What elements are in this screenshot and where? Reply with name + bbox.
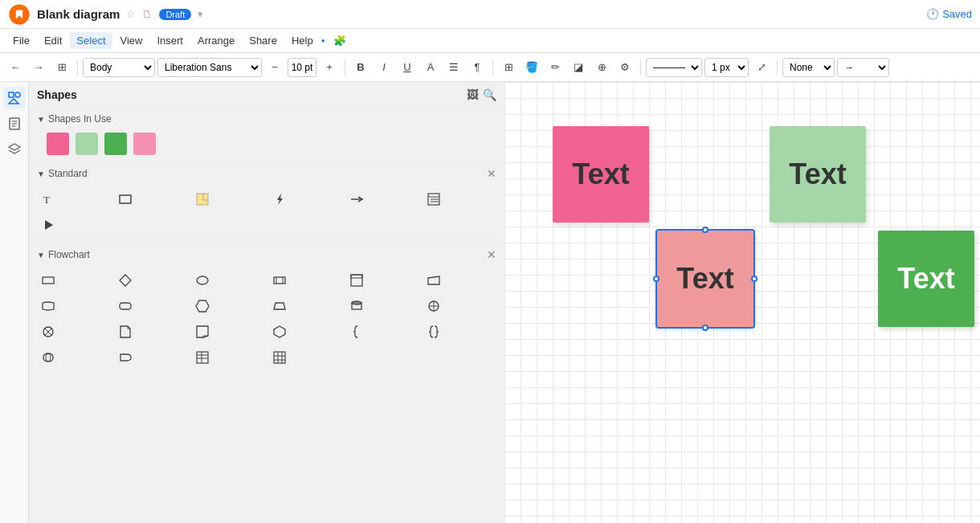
shapes-image-icon[interactable]: 🖼	[467, 88, 478, 101]
fc-page[interactable]	[114, 321, 137, 343]
color-swatch-pink[interactable]	[47, 133, 69, 155]
underline-button[interactable]: U	[397, 57, 418, 78]
fc-decision[interactable]	[114, 269, 137, 292]
align-button[interactable]: ☰	[443, 57, 464, 78]
svg-rect-39	[197, 352, 208, 363]
sticky-note-4[interactable]: Text	[878, 231, 974, 327]
redo-button[interactable]: →	[28, 57, 49, 78]
shapes-search-icon[interactable]: 🔍	[483, 88, 496, 101]
flowchart-section-header[interactable]: ▼ Flowchart ✕	[29, 243, 504, 266]
font-select[interactable]: Liberation Sans	[157, 58, 262, 77]
font-size-input[interactable]	[288, 58, 316, 77]
insert-shape-button[interactable]: ⊞	[498, 57, 519, 78]
fc-cross[interactable]	[37, 321, 59, 343]
canvas-area[interactable]: Text Text Text Text	[504, 82, 980, 523]
plugin-icon[interactable]: 🧩	[333, 35, 346, 47]
sticky-note-3[interactable]: Text	[657, 231, 753, 327]
fc-delay[interactable]	[114, 346, 137, 369]
handle-top[interactable]	[702, 227, 708, 233]
line-color-button[interactable]: ✏	[545, 57, 566, 78]
fc-manual-input[interactable]	[423, 269, 445, 292]
fc-trapezoid[interactable]	[268, 295, 291, 317]
sticky-note-2[interactable]: Text	[770, 126, 866, 223]
shape-sticky[interactable]	[191, 188, 214, 210]
sidebar-shapes-icon[interactable]	[3, 87, 26, 109]
fill-color-button[interactable]: 🪣	[521, 57, 542, 78]
menu-edit[interactable]: Edit	[38, 32, 68, 49]
waypoint-button[interactable]: ⤢	[751, 57, 772, 78]
menu-select[interactable]: Select	[70, 32, 112, 49]
shape-arrow[interactable]	[345, 188, 368, 210]
sticky-note-1[interactable]: Text	[553, 126, 649, 223]
fc-shield[interactable]	[268, 321, 291, 343]
shadow-button[interactable]: ◪	[568, 57, 589, 78]
handle-bottom[interactable]	[702, 325, 708, 331]
more-style-button[interactable]: ⊕	[591, 57, 612, 78]
shape-text[interactable]: T	[37, 188, 59, 210]
svg-marker-26	[196, 300, 209, 312]
shape-rectangle[interactable]	[114, 188, 137, 210]
bold-button[interactable]: B	[350, 57, 371, 78]
standard-section-header[interactable]: ▼ Standard ✕	[29, 161, 504, 185]
star-icon[interactable]: ☆	[126, 8, 136, 20]
color-swatch-lightgreen[interactable]	[76, 133, 98, 155]
fc-alt-process[interactable]	[114, 295, 137, 317]
font-size-increase[interactable]: +	[319, 57, 340, 78]
fc-note[interactable]	[191, 321, 214, 343]
sidebar-layers-icon[interactable]	[3, 138, 26, 161]
color-swatch-green[interactable]	[104, 133, 127, 155]
undo-button[interactable]: ←	[5, 57, 26, 78]
line-style-select[interactable]: ──────	[646, 58, 702, 77]
fc-swimlane[interactable]	[345, 269, 368, 292]
fc-or[interactable]	[423, 295, 445, 317]
clock-icon: 🕐	[926, 8, 939, 20]
fc-ellipse[interactable]	[191, 269, 214, 292]
font-color-button[interactable]: A	[420, 57, 441, 78]
style-select[interactable]: Body	[83, 58, 155, 77]
shapes-in-use-section[interactable]: ▼ Shapes In Use	[29, 108, 504, 129]
fc-grid[interactable]	[268, 346, 291, 369]
fc-tape[interactable]	[37, 295, 59, 317]
menu-share[interactable]: Share	[243, 32, 284, 49]
doc-icon[interactable]: 🗋	[142, 8, 153, 20]
shape-play[interactable]	[37, 214, 59, 236]
flowchart-close-icon[interactable]: ✕	[487, 248, 496, 261]
fc-cylinder[interactable]	[345, 295, 368, 317]
flowchart-toggle: ▼	[37, 251, 45, 259]
saved-button[interactable]: 🕐 Saved	[926, 8, 972, 20]
menu-view[interactable]: View	[114, 32, 149, 49]
color-swatch-rose[interactable]	[133, 133, 156, 155]
shape-lightning[interactable]	[268, 188, 291, 210]
handle-right[interactable]	[751, 276, 757, 282]
connection-start-select[interactable]: None	[782, 58, 835, 77]
draft-dropdown-icon[interactable]: ▾	[198, 8, 203, 20]
handle-left[interactable]	[653, 276, 659, 282]
format-options-button[interactable]: ⚙	[615, 57, 635, 78]
draft-badge: Draft	[159, 9, 191, 20]
flowchart-shapes-grid	[29, 266, 504, 375]
sep4	[640, 59, 641, 76]
italic-button[interactable]: I	[374, 57, 394, 78]
connection-end-select[interactable]: →	[837, 58, 889, 77]
standard-close-icon[interactable]: ✕	[487, 167, 496, 180]
line-width-select[interactable]: 1 px	[704, 58, 749, 77]
svg-rect-8	[120, 195, 131, 203]
fc-subprocess[interactable]	[268, 269, 291, 292]
font-size-decrease[interactable]: −	[264, 57, 285, 78]
fc-code-block[interactable]	[423, 321, 445, 343]
shapes-in-use-label: Shapes In Use	[48, 113, 112, 125]
fc-brace-left[interactable]	[345, 321, 368, 343]
fc-table[interactable]	[191, 346, 214, 369]
fc-pipeline[interactable]	[37, 346, 59, 369]
menu-help[interactable]: Help	[285, 32, 320, 49]
menu-arrange[interactable]: Arrange	[191, 32, 241, 49]
shapes-panel: Shapes 🖼 🔍 ▼ Shapes In Use ▼ Standard ✕	[29, 82, 504, 523]
fc-process[interactable]	[37, 269, 59, 292]
menu-insert[interactable]: Insert	[150, 32, 190, 49]
format-button[interactable]: ⊞	[51, 57, 72, 78]
fc-hexagon[interactable]	[191, 295, 214, 317]
text-direction-button[interactable]: ¶	[467, 57, 488, 78]
sidebar-pages-icon[interactable]	[3, 112, 26, 135]
shape-list[interactable]	[423, 188, 445, 210]
menu-file[interactable]: File	[6, 32, 36, 49]
